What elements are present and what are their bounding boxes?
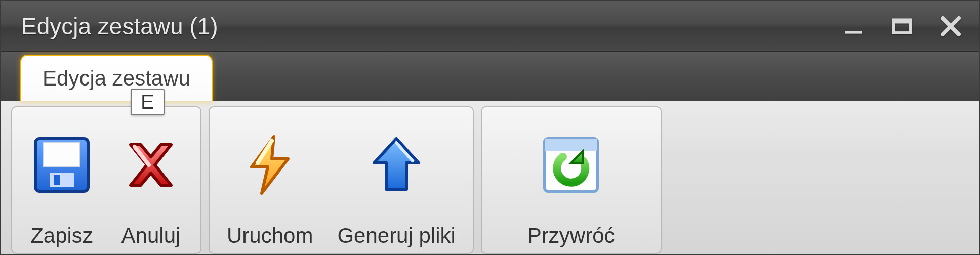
save-button[interactable]: Zapisz — [19, 111, 104, 253]
svg-rect-2 — [894, 20, 911, 23]
restore-label: Przywróć — [527, 224, 615, 248]
save-label: Zapisz — [30, 224, 93, 248]
generate-button[interactable]: Generuj pliki — [327, 111, 465, 253]
close-button[interactable] — [938, 14, 963, 38]
cancel-label: Anuluj — [121, 224, 181, 248]
titlebar: Edycja zestawu (1) — [1, 1, 979, 52]
ribbon: Zapisz Anuluj — [1, 101, 979, 254]
save-icon — [29, 133, 94, 197]
tab-edycja-zestawu[interactable]: Edycja zestawu E — [20, 55, 213, 101]
generate-label: Generuj pliki — [337, 224, 455, 248]
minimize-button[interactable] — [841, 14, 866, 38]
minimize-icon — [842, 15, 865, 37]
app-window: Edycja zestawu (1) Edycja zestawu E — [0, 0, 980, 255]
maximize-icon — [891, 15, 913, 37]
run-button[interactable]: Uruchom — [217, 111, 323, 253]
svg-rect-8 — [545, 139, 597, 151]
bolt-icon — [237, 133, 302, 197]
ribbon-group-1: Zapisz Anuluj — [11, 106, 201, 254]
svg-rect-4 — [44, 143, 80, 167]
keytip-badge: E — [131, 89, 165, 115]
upload-icon — [364, 133, 429, 197]
window-controls — [841, 14, 963, 38]
svg-rect-6 — [54, 175, 60, 185]
restore-button[interactable]: Przywróć — [517, 111, 625, 253]
tab-label: Edycja zestawu — [43, 66, 190, 91]
ribbon-group-2: Uruchom Generuj pliki — [209, 106, 474, 254]
x-icon — [118, 133, 183, 197]
tab-strip: Edycja zestawu E — [1, 52, 979, 101]
refresh-icon — [539, 133, 603, 197]
svg-rect-5 — [50, 173, 74, 187]
ribbon-group-3: Przywróć — [481, 106, 662, 254]
window-title: Edycja zestawu (1) — [21, 13, 218, 40]
close-icon — [938, 14, 963, 38]
cancel-button[interactable]: Anuluj — [108, 111, 193, 253]
maximize-button[interactable] — [890, 14, 914, 38]
svg-rect-0 — [845, 31, 862, 34]
run-label: Uruchom — [227, 224, 313, 248]
